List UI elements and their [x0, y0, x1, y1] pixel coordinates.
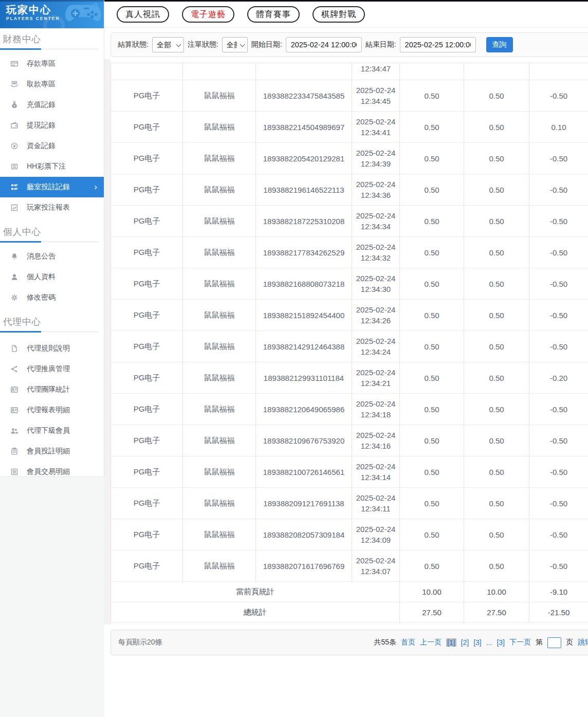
settle-status-label: 結算狀態:: [118, 40, 149, 49]
cell-winloss: [529, 63, 588, 80]
sidebar-item[interactable]: 代理規則說明: [0, 338, 104, 359]
room-bet-list-icon: [10, 183, 19, 191]
sidebar-item-label: 代理規則說明: [27, 344, 70, 353]
filter-bar: 結算狀態: 全部 注單狀態: 全部 開始日期: 結束日期: 查詢: [111, 32, 588, 57]
cell-game: 鼠鼠福福: [183, 237, 256, 268]
sidebar-item[interactable]: 代理團隊統計: [0, 379, 104, 400]
cell-valid: 0.50: [464, 425, 529, 456]
pagination-bar: 每頁顯示20條 共55条 首页 上一页 [1][2][3]...[3] 下一页 …: [111, 630, 588, 655]
page-link[interactable]: [3]: [497, 638, 505, 647]
sidebar-item[interactable]: 存款專區: [0, 53, 104, 74]
cell-winloss: -0.50: [529, 519, 588, 550]
withdraw-wallet-icon: [10, 121, 19, 130]
cell-valid: [464, 63, 529, 80]
sidebar-item[interactable]: 會員交易明細: [0, 462, 104, 482]
sidebar-item-label: 提現記錄: [27, 121, 56, 130]
cell-order-no: 1893882214504989697: [256, 112, 352, 143]
cell-valid: 0.50: [464, 80, 529, 112]
sidebar-item-label: 代理團隊統計: [27, 385, 70, 394]
prev-page-link[interactable]: 上一页: [420, 638, 442, 647]
sidebar-section-items: 存款專區取款專區充值記錄提現記錄資金記錄HH彩票下注廳室投註記錄›玩家投注報表: [0, 53, 104, 218]
cell-order-no: 1893882233475843585: [256, 80, 352, 112]
cell-order-no: 1893882187225310208: [256, 206, 352, 237]
sidebar-item-label: 代理下級會員: [27, 426, 70, 435]
sidebar-item[interactable]: 提現記錄: [0, 115, 104, 136]
page-link[interactable]: ...: [486, 638, 492, 647]
sidebar-item[interactable]: 代理下級會員: [0, 420, 104, 441]
sidebar-item[interactable]: 消息公告: [0, 246, 104, 267]
sidebar-item[interactable]: 資金記錄: [0, 136, 104, 156]
cell-valid: 0.50: [464, 143, 529, 174]
table-row: PG电子鼠鼠福福18938821688080732182025-02-2412:…: [111, 268, 588, 300]
cell-bet: 0.50: [400, 519, 464, 550]
cell-datetime: 2025-02-2412:34:07: [352, 550, 400, 582]
sidebar-item[interactable]: 會員投註明細: [0, 441, 104, 462]
cell-bet: 0.50: [400, 80, 464, 112]
sidebar: 玩家中心 PLAYERS CENTER 財務中心存款專區取款專區充值記錄提現記錄…: [0, 0, 104, 477]
sidebar-item[interactable]: HH彩票下注: [0, 156, 104, 177]
order-status-select[interactable]: 全部: [222, 37, 248, 52]
end-date-input[interactable]: [400, 37, 476, 52]
cell-winloss: -0.50: [529, 143, 588, 174]
sidebar-item[interactable]: 充值記錄: [0, 95, 104, 115]
tab-bar: 真人視訊電子遊藝體育賽事棋牌對戰: [104, 2, 588, 27]
cell-bet: 0.50: [400, 362, 464, 394]
tab-button[interactable]: 棋牌對戰: [313, 6, 365, 23]
table-row: PG电子鼠鼠福福18938822334758435852025-02-2412:…: [111, 80, 588, 112]
page-link[interactable]: [3]: [473, 638, 482, 647]
sidebar-section-heading: 財務中心: [0, 28, 104, 45]
jump-page-input[interactable]: [547, 637, 561, 648]
sidebar-item[interactable]: 代理推廣管理: [0, 359, 104, 379]
cell-platform: PG电子: [111, 206, 183, 237]
sidebar-item[interactable]: 修改密碼: [0, 287, 104, 308]
cell-datetime: 2025-02-2412:34:09: [352, 519, 400, 550]
cell-valid: 0.50: [464, 237, 529, 268]
cell-valid: 0.50: [464, 206, 529, 237]
cell-platform: PG电子: [111, 425, 183, 456]
cell-bet: 0.50: [400, 268, 464, 300]
cell-datetime: 2025-02-2412:34:45: [352, 80, 400, 112]
sidebar-item-label: 資金記錄: [27, 141, 56, 151]
tab-button[interactable]: 體育賽事: [247, 6, 300, 23]
table-row: PG电子鼠鼠福福18938821778342625292025-02-2412:…: [111, 237, 588, 268]
cell-order-no: 1893882071617696769: [256, 550, 352, 582]
sidebar-item[interactable]: 代理報表明細: [0, 400, 104, 420]
sidebar-item[interactable]: 玩家投注報表: [0, 197, 104, 218]
agent-report-detail-icon: [10, 406, 19, 414]
page-link-current[interactable]: [1]: [446, 638, 456, 647]
section-underline: [0, 242, 99, 242]
cell-winloss: -0.50: [529, 425, 588, 456]
sidebar-item[interactable]: 廳室投註記錄›: [0, 177, 104, 197]
cell-bet: 0.50: [400, 300, 464, 331]
agent-promo-share-icon: [10, 365, 19, 373]
sidebar-item[interactable]: 取款專區: [0, 74, 104, 95]
table-row: PG电子鼠鼠福福18938820912176911382025-02-2412:…: [111, 488, 588, 519]
query-button[interactable]: 查詢: [486, 37, 513, 52]
member-trade-detail-icon: [10, 468, 19, 476]
table-row: PG电子鼠鼠福福18938821961465221132025-02-2412:…: [111, 174, 588, 206]
sidebar-item[interactable]: 個人資料: [0, 267, 104, 287]
cell-order-no: 1893882196146522113: [256, 174, 352, 206]
page-link[interactable]: [2]: [461, 638, 469, 647]
cell-game: [183, 63, 256, 80]
cell-bet: 0.50: [400, 206, 464, 237]
sidebar-section-items: 消息公告個人資料修改密碼: [0, 246, 104, 308]
cell-valid: 0.50: [464, 268, 529, 300]
cell-game: 鼠鼠福福: [183, 268, 256, 300]
next-page-link[interactable]: 下一页: [509, 638, 531, 647]
summary-valid: 27.50: [464, 602, 529, 623]
cell-valid: 0.50: [464, 112, 529, 143]
cell-valid: 0.50: [464, 394, 529, 425]
password-gear-icon: [10, 293, 19, 302]
start-date-input[interactable]: [286, 37, 362, 52]
cell-platform: PG电子: [111, 519, 183, 550]
cell-order-no: 1893882091217691138: [256, 488, 352, 519]
first-page-link[interactable]: 首页: [401, 638, 415, 647]
tab-button[interactable]: 電子遊藝: [182, 6, 234, 23]
cell-game: 鼠鼠福福: [183, 80, 256, 112]
tab-button[interactable]: 真人視訊: [117, 6, 169, 23]
cell-valid: 0.50: [464, 300, 529, 331]
cell-datetime: 2025-02-2412:34:34: [352, 206, 400, 237]
jump-link[interactable]: 跳转: [578, 638, 588, 647]
settle-status-select[interactable]: 全部: [152, 37, 184, 52]
